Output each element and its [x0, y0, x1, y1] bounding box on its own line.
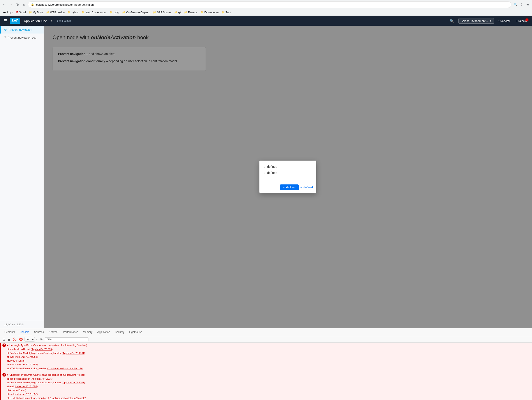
folder-icon: 📁 [153, 11, 156, 14]
overview-button[interactable]: Overview [497, 19, 512, 23]
modal-primary-button[interactable]: undefined [280, 184, 299, 190]
bookmark-label: Trash [226, 11, 232, 14]
share-button[interactable]: ⇧ [519, 2, 524, 7]
bookmark-git[interactable]: 📁git [173, 11, 182, 14]
devtools-tab-memory[interactable]: Memory [81, 329, 95, 335]
error-stack-line: at HTMLButtonElement.click_handler_1 (Co… [7, 396, 530, 400]
home-button[interactable]: ⌂ [21, 2, 27, 7]
modal-text1: undefined [264, 165, 312, 168]
devtools-tab-lighthouse[interactable]: Lighthouse [127, 329, 144, 335]
devtools: ElementsConsoleSourcesNetworkPerformance… [0, 328, 532, 400]
bookmark-apps[interactable]: ⋯Apps [2, 10, 14, 14]
sidebar-item-prevent-nav-co[interactable]: ?Prevent navigation co... [0, 33, 44, 41]
error-stack-line: at eval (index.mjs?017d:553) [7, 355, 530, 359]
sidebar-item-prevent-nav[interactable]: ⊙Prevent navigation [0, 26, 44, 33]
error-stack-line: at ConfirmationModal_Luigi.modalDismiss_… [7, 381, 530, 385]
bookmark-label: Apps [7, 11, 13, 14]
bookmark-luigi[interactable]: 📁Luigi [108, 11, 120, 14]
app-subtitle: the first app [57, 19, 71, 22]
folder-icon: 📁 [110, 11, 113, 14]
devtools-pause-button[interactable]: ⛔ [18, 337, 24, 342]
bookmark-gmail[interactable]: MGmail [14, 11, 27, 14]
devtools-dock-left-button[interactable]: ◼ [7, 337, 11, 342]
error-triangle-icon: ▶ [7, 344, 9, 347]
devtools-tab-network[interactable]: Network [46, 329, 60, 335]
reload-button[interactable]: ↻ [15, 2, 20, 7]
modal-secondary-button[interactable]: undefined [300, 184, 313, 190]
bookmark-label: Conference Organ... [126, 11, 150, 14]
modal-body: undefined undefined [260, 161, 316, 182]
devtools-console: 2▶Uncaught TypeError: Cannot read proper… [0, 343, 532, 400]
app-icon: ⋯ [3, 11, 6, 14]
devtools-tab-sources[interactable]: Sources [32, 329, 46, 335]
app-name: Application One [24, 19, 47, 23]
bookmark-label: SAP Shares [157, 11, 171, 14]
devtools-context-selector[interactable]: top [25, 337, 35, 342]
sap-topbar: ☰ SAP Application One ▼ the first app 🔍 … [0, 16, 532, 26]
devtools-tab-security[interactable]: Security [113, 329, 127, 335]
search-button[interactable]: 🔍 [513, 2, 518, 7]
projects-badge: 4 [526, 18, 528, 21]
bookmark-conference-organ[interactable]: 📁Conference Organ... [121, 11, 151, 14]
bookmark-label: Психология [204, 11, 219, 14]
error-stack-line: at handleModalResult (App.html?ef79:933) [7, 348, 530, 351]
modal-dialog: undefined undefined undefined undefined [260, 161, 316, 193]
bookmark-finance[interactable]: 📁Finance [183, 11, 199, 14]
bookmark-sap-shares[interactable]: 📁SAP Shares [152, 11, 172, 14]
error-header-text[interactable]: Uncaught TypeError: Cannot read properti… [9, 374, 85, 376]
error-stack-line: at eval (index.mjs?017d:552) [7, 363, 530, 367]
browser-chrome: ← → ↻ ⌂ 🔒 localhost:4200/projects/pr1/on… [0, 0, 532, 16]
bookmark-psychology[interactable]: 📁Психология [199, 11, 220, 14]
sidebar-item-label: Prevent navigation co... [8, 36, 38, 39]
bookmarks-bar: ⋯AppsMGmail📁My Drive📁WEB design📁hybris📁W… [0, 9, 532, 16]
app-container: ☰ SAP Application One ▼ the first app 🔍 … [0, 16, 532, 400]
folder-icon: 📁 [222, 11, 225, 14]
error-stack-line: at handleModalResult (App.html?ef79:935) [7, 377, 530, 381]
folder-icon: 📁 [174, 11, 177, 14]
bookmark-label: Web Conferences [86, 11, 107, 14]
folder-icon: 📁 [82, 11, 85, 14]
error-header-text[interactable]: Uncaught TypeError: Cannot read properti… [9, 344, 87, 347]
error-stack-line: at Array.forEach () [7, 359, 530, 363]
env-select[interactable]: Select Environment ... ▼ [458, 18, 494, 24]
console-error-0: 2▶Uncaught TypeError: Cannot read proper… [0, 343, 532, 372]
sidebar: ⊙Prevent navigation?Prevent navigation c… [0, 26, 44, 328]
devtools-top-arrow[interactable]: ▼ [36, 338, 38, 341]
bookmark-web-conferences[interactable]: 📁Web Conferences [80, 11, 108, 14]
bookmark-hybris[interactable]: 📁hybris [66, 11, 80, 14]
modal-text2: undefined [264, 171, 312, 174]
devtools-tab-console[interactable]: Console [18, 329, 32, 335]
env-select-label: Select Environment ... [461, 19, 489, 23]
bookmark-my-drive[interactable]: 📁My Drive [28, 11, 44, 14]
modal-footer: undefined undefined [260, 182, 316, 193]
forward-button[interactable]: → [8, 2, 13, 7]
bookmark-label: hybris [72, 11, 79, 14]
console-error-1: 2▶Uncaught TypeError: Cannot read proper… [0, 372, 532, 400]
error-triangle-icon: ▶ [7, 374, 9, 376]
error-stack-line: at Array.forEach () [7, 388, 530, 392]
bookmark-label: My Drive [33, 11, 43, 14]
topbar-search-button[interactable]: 🔍 [450, 19, 454, 23]
back-button[interactable]: ← [2, 2, 7, 7]
projects-button[interactable]: Projects 4 [515, 19, 528, 23]
app-icon: M [16, 11, 18, 14]
bookmark-button[interactable]: ★ [525, 2, 530, 7]
devtools-filter-input[interactable] [45, 337, 89, 341]
devtools-tabs: ElementsConsoleSourcesNetworkPerformance… [0, 328, 532, 336]
menu-button[interactable]: ☰ [4, 18, 7, 23]
devtools-tab-application[interactable]: Application [95, 329, 112, 335]
bookmark-web-design[interactable]: 📁WEB design [45, 11, 66, 14]
devtools-eye-button[interactable]: 👁 [39, 337, 44, 342]
sap-logo: SAP [10, 18, 20, 24]
error-stack-line: at eval (index.mjs?017d:552) [7, 392, 530, 396]
modal-overlay: undefined undefined undefined undefined [44, 26, 532, 328]
error-stack-line: at HTMLButtonElement.click_handler (Conf… [7, 367, 530, 371]
devtools-dock-top-button[interactable]: ◻ [2, 337, 6, 342]
devtools-tab-performance[interactable]: Performance [61, 329, 80, 335]
devtools-tab-elements[interactable]: Elements [2, 329, 17, 335]
bookmark-trash[interactable]: 📁Trash [221, 11, 234, 14]
app-name-dropdown[interactable]: ▼ [50, 19, 53, 22]
devtools-clear-button[interactable]: 🚫 [12, 337, 17, 342]
address-bar[interactable]: 🔒 localhost:4200/projects/pr1/on-node-ac… [28, 1, 511, 8]
bookmark-label: WEB design [50, 11, 65, 14]
